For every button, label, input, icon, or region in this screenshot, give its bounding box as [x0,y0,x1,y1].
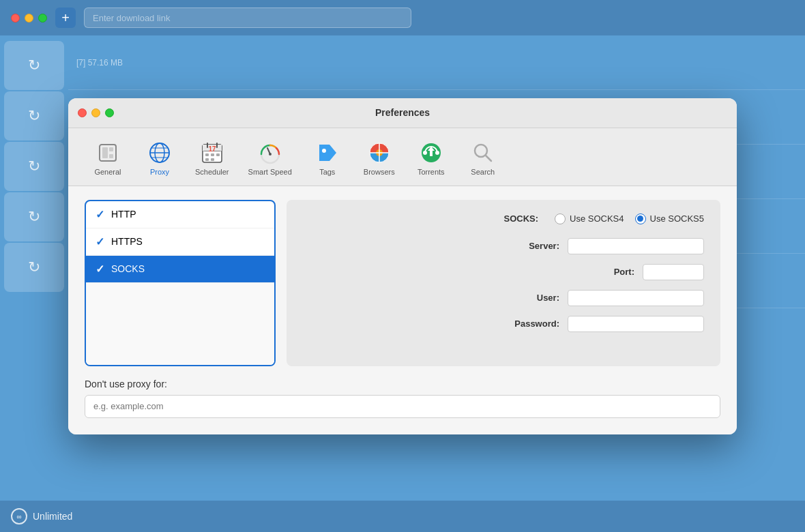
socks-check-icon: ✓ [96,263,104,276]
proxy-list: ✓ HTTP ✓ HTTPS ✓ SOCKS [85,200,276,366]
socks-label: SOCKS [111,263,145,274]
user-input[interactable] [568,290,704,306]
no-proxy-label: Don't use proxy for: [85,379,720,389]
port-label: Port: [587,267,634,277]
tab-tags-label: Tags [319,168,335,176]
user-row: User: [303,290,704,306]
modal-close-button[interactable] [78,108,87,117]
svg-rect-1 [102,147,108,158]
https-check-icon: ✓ [96,235,104,248]
proxy-list-item-socks[interactable]: ✓ SOCKS [86,256,274,283]
tab-search-label: Search [471,168,495,176]
tab-torrents-label: Torrents [418,168,445,176]
modal-body: ✓ HTTP ✓ HTTPS ✓ SOCKS [68,186,737,434]
tab-proxy-label: Proxy [150,168,169,176]
browsers-icon [367,141,392,165]
tab-smart-speed-label: Smart Speed [248,168,292,176]
proxy-list-spacer [86,283,274,365]
http-label: HTTP [111,209,136,220]
port-input[interactable] [643,264,704,280]
proxy-list-item-http[interactable]: ✓ HTTP [86,201,274,228]
tab-scheduler[interactable]: 17 Scheduler [186,136,239,180]
svg-point-23 [322,149,326,153]
modal-minimize-button[interactable] [91,108,100,117]
password-row: Password: [303,316,704,332]
server-row: Server: [303,238,704,254]
scheduler-icon: 17 [200,141,224,165]
socks5-radio-circle [635,213,646,224]
general-icon [96,141,120,165]
smart-speed-icon [258,141,282,165]
tab-browsers[interactable]: Browsers [353,136,405,180]
tab-proxy[interactable]: Proxy [134,136,186,180]
socks5-radio-label: Use SOCKS5 [650,213,704,224]
proxy-list-item-https[interactable]: ✓ HTTPS [86,228,274,256]
tab-search[interactable]: Search [457,136,509,180]
modal-zoom-button[interactable] [105,108,114,117]
http-check-icon: ✓ [96,208,104,221]
svg-rect-2 [109,147,113,151]
no-proxy-section: Don't use proxy for: [85,379,720,418]
password-input[interactable] [568,316,704,332]
svg-point-22 [269,153,272,156]
torrents-icon [419,141,443,165]
modal-traffic-lights [78,108,114,117]
svg-rect-15 [205,153,209,156]
svg-rect-19 [211,158,214,161]
tab-scheduler-label: Scheduler [195,168,229,176]
no-proxy-input[interactable] [85,395,720,418]
tab-tags[interactable]: Tags [302,136,353,180]
socks-type-label: SOCKS: [503,213,538,224]
svg-line-30 [486,156,491,161]
socks5-radio[interactable]: Use SOCKS5 [635,213,704,224]
tab-torrents[interactable]: Torrents [405,136,457,180]
https-label: HTTPS [111,236,143,247]
modal-titlebar: Preferences [68,98,737,128]
socks-type-row: SOCKS: Use SOCKS4 Use SOCKS5 [303,213,704,224]
server-input[interactable] [568,238,704,254]
svg-rect-3 [109,154,113,158]
search-icon [471,141,495,165]
tab-general[interactable]: General [82,136,134,180]
proxy-icon [147,141,172,165]
modal-title: Preferences [375,107,430,118]
svg-rect-18 [205,158,209,161]
proxy-container: ✓ HTTP ✓ HTTPS ✓ SOCKS [85,200,720,366]
tab-browsers-label: Browsers [364,168,395,176]
password-label: Password: [512,319,559,329]
user-label: User: [512,293,559,303]
socks4-radio-circle [555,213,566,224]
svg-text:17: 17 [208,145,216,153]
svg-rect-16 [211,153,214,156]
tab-smart-speed[interactable]: Smart Speed [239,136,302,180]
socks4-radio[interactable]: Use SOCKS4 [555,213,624,224]
tab-general-label: General [94,168,121,176]
proxy-settings-panel: SOCKS: Use SOCKS4 Use SOCKS5 Server: [287,200,720,366]
server-label: Server: [512,241,559,251]
preferences-toolbar: General Proxy [68,128,737,186]
socks4-radio-label: Use SOCKS4 [570,213,624,224]
port-row: Port: [303,264,704,280]
preferences-dialog: Preferences General [68,98,737,434]
modal-overlay: Preferences General [0,0,805,532]
tags-icon [315,141,340,165]
svg-rect-17 [216,153,220,156]
